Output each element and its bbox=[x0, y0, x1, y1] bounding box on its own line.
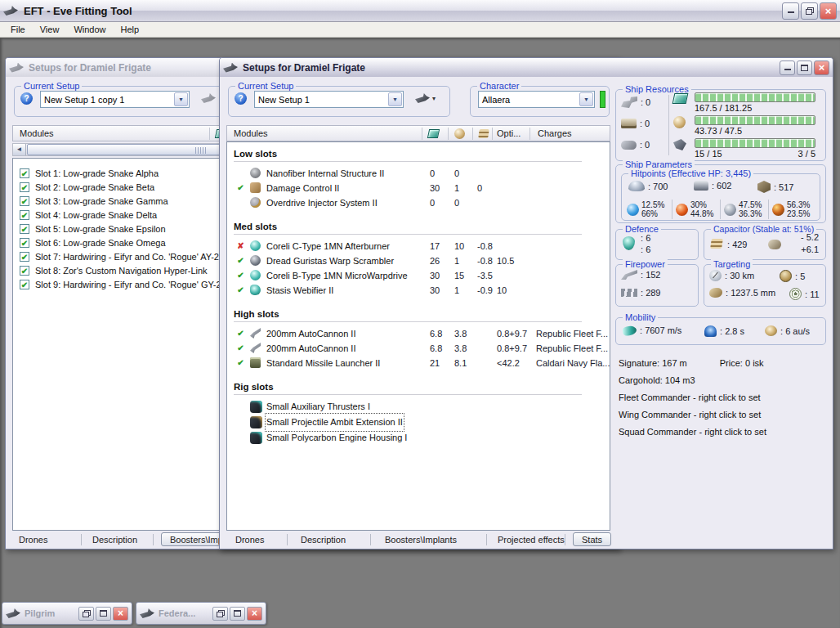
squad-commander-text[interactable]: Squad Commander - right click to set bbox=[619, 427, 766, 444]
setup-select[interactable]: New Setup 1 ▼ bbox=[254, 91, 404, 108]
module-charge-value: Caldari Navy Fla... bbox=[536, 356, 610, 370]
module-pg-value: 0 bbox=[454, 166, 459, 181]
fitted-modules-list: Low slotsNanofiber Internal Structure II… bbox=[226, 141, 610, 531]
tab-drones[interactable]: Drones bbox=[235, 535, 264, 545]
implant-label: Slot 7: Hardwiring - Eifyr and Co. 'Rogu… bbox=[35, 252, 219, 262]
resist-top-value: 30% bbox=[690, 200, 713, 209]
capacitor-recharge: +6.1 bbox=[801, 244, 819, 254]
setup-select-value: New Setup 1 copy 1 bbox=[41, 95, 174, 105]
ship-menu-button[interactable] bbox=[201, 93, 216, 103]
column-separator bbox=[209, 128, 210, 140]
implant-label: Slot 1: Low-grade Snake Alpha bbox=[35, 168, 159, 178]
tab-description[interactable]: Description bbox=[301, 535, 346, 545]
wing-commander-text[interactable]: Wing Commander - right click to set bbox=[619, 410, 761, 427]
menu-window[interactable]: Window bbox=[66, 23, 113, 36]
price-text: Price: 0 isk bbox=[720, 358, 764, 375]
module-row[interactable]: ✔Standard Missile Launcher II218.1<42.2C… bbox=[227, 356, 610, 370]
resource-bar-secondary-value: 3 / 5 bbox=[798, 149, 815, 159]
chevron-down-icon[interactable]: ▼ bbox=[388, 92, 402, 106]
maximize-button[interactable] bbox=[230, 607, 245, 621]
checkbox-checked-icon[interactable]: ✔ bbox=[20, 182, 29, 192]
module-opti-value: 10.5 bbox=[497, 253, 514, 268]
module-row[interactable]: Small Projectile Ambit Extension II bbox=[227, 415, 610, 430]
chevron-down-icon[interactable]: ▼ bbox=[174, 92, 188, 106]
tab-stats[interactable]: Stats bbox=[573, 532, 611, 546]
menu-help[interactable]: Help bbox=[114, 23, 147, 36]
character-select[interactable]: Allaera ▼ bbox=[478, 91, 595, 108]
module-row[interactable]: ✔200mm AutoCannon II6.83.80.8+9.7Republi… bbox=[227, 326, 610, 341]
module-name: Dread Guristas Warp Scrambler bbox=[266, 253, 394, 268]
module-row[interactable]: ✘Coreli C-Type 1MN Afterburner1710-0.8 bbox=[227, 239, 610, 253]
module-row[interactable]: ✔Stasis Webifier II301-0.910 bbox=[227, 283, 610, 298]
module-row[interactable]: Nanofiber Internal Structure II00 bbox=[227, 166, 610, 181]
menu-view[interactable]: View bbox=[33, 23, 67, 36]
module-row[interactable]: Small Polycarbon Engine Housing I bbox=[227, 430, 610, 446]
powergrid-icon bbox=[454, 128, 465, 139]
checkbox-checked-icon[interactable]: ✔ bbox=[20, 168, 29, 178]
checkbox-checked-icon[interactable]: ✔ bbox=[20, 196, 29, 206]
checkbox-checked-icon[interactable]: ✔ bbox=[20, 210, 29, 220]
restore-button[interactable] bbox=[212, 607, 228, 621]
checkbox-checked-icon[interactable]: ✔ bbox=[20, 238, 29, 248]
resist-values: 30%44.8% bbox=[690, 200, 713, 218]
hardpoint-row: : 0 bbox=[621, 136, 650, 154]
minimized-window[interactable]: Federa...× bbox=[136, 602, 266, 625]
targeting-group: Targeting 30 km 5 1237.5 mm 11 bbox=[704, 264, 826, 307]
gear-icon bbox=[250, 168, 261, 178]
checkbox-checked-icon[interactable]: ✔ bbox=[20, 266, 29, 276]
scroll-left-button[interactable]: ◄ bbox=[13, 144, 26, 155]
setup-window-active[interactable]: Setups for Dramiel Frigate × Current Set… bbox=[219, 57, 833, 550]
resource-bar-block: 43.73 / 47.5 bbox=[673, 115, 822, 138]
minimize-button[interactable] bbox=[780, 61, 795, 75]
restore-button[interactable] bbox=[801, 2, 818, 20]
module-opti-value: <42.2 bbox=[497, 356, 520, 370]
module-cap-value: 0 bbox=[477, 181, 482, 195]
close-button[interactable]: × bbox=[820, 2, 837, 20]
child-titlebar[interactable]: Setups for Dramiel Frigate × bbox=[220, 58, 833, 77]
help-icon[interactable]: ? bbox=[20, 92, 33, 105]
group-label: Hitpoints (Effective HP: 3,445) bbox=[628, 168, 753, 178]
module-row[interactable]: ✔200mm AutoCannon II6.83.80.8+9.7Republi… bbox=[227, 341, 610, 356]
menu-file[interactable]: File bbox=[3, 23, 33, 36]
tab-description[interactable]: Description bbox=[92, 535, 137, 545]
ship-parameters-group: Ship Parameters Hitpoints (Effective HP:… bbox=[615, 164, 826, 223]
close-button[interactable]: × bbox=[814, 61, 829, 75]
minimize-button[interactable] bbox=[782, 2, 799, 20]
ship-menu-button[interactable]: ▾ bbox=[415, 93, 436, 103]
ship-resources-group: Ship Resources : 0: 0: 0 167.5 / 181.254… bbox=[615, 89, 826, 161]
hp-item: : 602 bbox=[694, 181, 731, 191]
module-row[interactable]: Small Auxiliary Thrusters I bbox=[227, 399, 610, 415]
maximize-button[interactable] bbox=[797, 61, 812, 75]
modules-column-header[interactable]: Modules Opti... Charges bbox=[226, 125, 610, 141]
module-name: Nanofiber Internal Structure II bbox=[266, 166, 384, 181]
module-row[interactable]: ✔Coreli B-Type 1MN MicroWarpdrive3015-3.… bbox=[227, 268, 610, 283]
app-title: EFT - Eve Fitting Tool bbox=[24, 5, 782, 17]
status-check-icon: ✔ bbox=[235, 356, 247, 370]
minimized-window[interactable]: Pilgrim× bbox=[2, 602, 132, 625]
tab-projected-effects[interactable]: Projected effects bbox=[498, 535, 565, 545]
resist-bottom-value: 36.3% bbox=[739, 209, 762, 218]
chevron-down-icon[interactable]: ▼ bbox=[579, 92, 593, 106]
module-opti-value: 0.8+9.7 bbox=[497, 341, 527, 356]
checkbox-checked-icon[interactable]: ✔ bbox=[20, 280, 29, 289]
module-row[interactable]: Overdrive Injector System II00 bbox=[227, 195, 610, 210]
maximize-button[interactable] bbox=[96, 607, 111, 621]
scan-resolution-icon bbox=[709, 288, 722, 298]
close-button[interactable]: × bbox=[247, 607, 262, 621]
setup-select[interactable]: New Setup 1 copy 1 ▼ bbox=[40, 91, 190, 108]
tab-drones[interactable]: Drones bbox=[19, 535, 47, 545]
resist-values: 47.5%36.3% bbox=[739, 200, 762, 218]
module-name: Overdrive Injector System II bbox=[266, 195, 378, 210]
checkbox-checked-icon[interactable]: ✔ bbox=[20, 224, 29, 234]
module-row[interactable]: ✔Dread Guristas Warp Scrambler261-0.810.… bbox=[227, 253, 610, 268]
checkbox-checked-icon[interactable]: ✔ bbox=[20, 252, 29, 262]
close-button[interactable]: × bbox=[113, 607, 128, 621]
restore-button[interactable] bbox=[78, 607, 94, 621]
main-titlebar[interactable]: EFT - Eve Fitting Tool × bbox=[0, 0, 840, 22]
help-icon[interactable]: ? bbox=[235, 92, 247, 105]
fleet-commander-text[interactable]: Fleet Commander - right click to set bbox=[619, 392, 761, 410]
tab-boosters-implants[interactable]: Boosters\Implants bbox=[385, 535, 457, 545]
hp-item: : 517 bbox=[757, 181, 793, 193]
capacitor-group: Capacitor (Stable at: 51%) 429 - 5.2 +6.… bbox=[704, 229, 826, 260]
module-row[interactable]: ✔Damage Control II3010 bbox=[227, 181, 610, 195]
